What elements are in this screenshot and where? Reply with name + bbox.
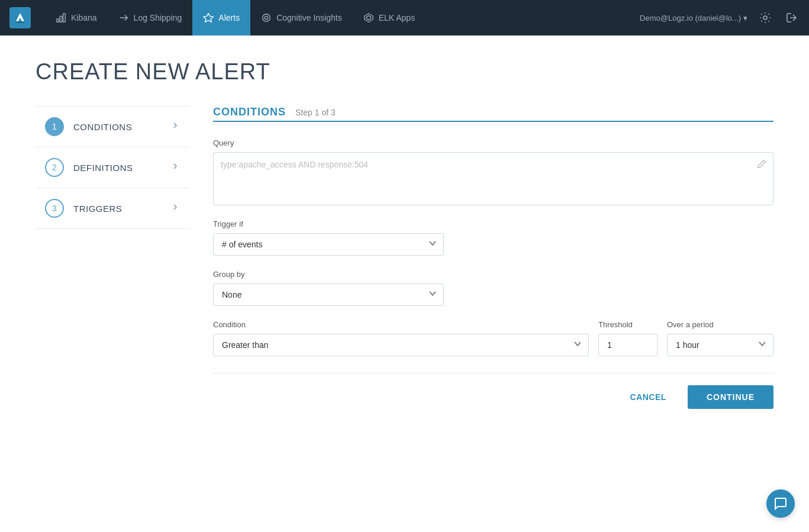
svg-rect-5 xyxy=(63,14,66,22)
query-placeholder: type:apache_access AND response:504 xyxy=(221,160,368,169)
svg-point-7 xyxy=(265,16,267,19)
form-panel: CONDITIONS Step 1 of 3 Query type:apache… xyxy=(213,106,773,409)
cancel-button[interactable]: CANCEL xyxy=(621,386,676,408)
navbar: Kibana Log Shipping Alerts Cognitive Ins… xyxy=(0,0,809,36)
period-label: Over a period xyxy=(667,320,773,329)
condition-group: Condition Greater than Less than Equal t… xyxy=(213,320,773,356)
svg-marker-8 xyxy=(364,14,372,22)
edit-query-icon[interactable] xyxy=(756,159,767,171)
condition-wrapper: Greater than Less than Equal to xyxy=(213,334,589,356)
sidebar: 1 CONDITIONS 2 DEFINITIONS 3 xyxy=(36,106,189,409)
threshold-label: Threshold xyxy=(598,320,657,329)
nav-items: Kibana Log Shipping Alerts Cognitive Ins… xyxy=(45,0,640,36)
group-by-wrapper: None xyxy=(213,283,444,306)
period-wrapper-inner: 5 minutes 10 minutes 30 minutes 1 hour 2… xyxy=(667,334,773,356)
trigger-if-label: Trigger if xyxy=(213,220,773,228)
period-col: Over a period 5 minutes 10 minutes 30 mi… xyxy=(667,320,773,356)
definitions-chevron-icon xyxy=(170,162,180,173)
sidebar-definitions-label: DEFINITIONS xyxy=(73,163,161,173)
triggers-chevron-icon xyxy=(170,202,180,214)
threshold-input[interactable] xyxy=(598,334,657,356)
nav-right: Demo@Logz.io (daniel@lo...) ▾ xyxy=(640,9,800,26)
main-content: CREATE NEW ALERT 1 CONDITIONS 2 DEFINITI… xyxy=(0,36,809,433)
condition-select[interactable]: Greater than Less than Equal to xyxy=(213,334,589,356)
threshold-col: Threshold xyxy=(598,320,657,356)
svg-point-10 xyxy=(763,16,767,20)
form-divider xyxy=(213,121,773,122)
sidebar-conditions-label: CONDITIONS xyxy=(73,122,161,132)
group-by-group: Group by None xyxy=(213,270,773,306)
nav-cognitive-insights[interactable]: Cognitive Insights xyxy=(250,0,353,36)
trigger-if-group: Trigger if # of events xyxy=(213,220,773,256)
svg-point-6 xyxy=(263,14,270,22)
sidebar-item-triggers[interactable]: 3 TRIGGERS xyxy=(36,188,189,229)
group-by-label: Group by xyxy=(213,270,773,279)
page-title: CREATE NEW ALERT xyxy=(36,59,773,85)
period-select[interactable]: 5 minutes 10 minutes 30 minutes 1 hour 2… xyxy=(667,334,773,356)
form-actions: CANCEL CONTINUE xyxy=(213,385,773,409)
svg-rect-2 xyxy=(15,21,25,23)
nav-elk-apps[interactable]: ELK Apps xyxy=(353,0,426,36)
step-1-circle: 1 xyxy=(45,117,64,136)
form-header: CONDITIONS Step 1 of 3 xyxy=(213,106,773,118)
nav-alerts[interactable]: Alerts xyxy=(192,0,250,36)
trigger-if-select[interactable]: # of events xyxy=(213,233,444,256)
sidebar-triggers-label: TRIGGERS xyxy=(73,204,161,214)
continue-button[interactable]: CONTINUE xyxy=(688,385,773,409)
logout-button[interactable] xyxy=(783,9,800,26)
group-by-select[interactable]: None xyxy=(213,283,444,306)
nav-kibana[interactable]: Kibana xyxy=(45,0,108,36)
form-section-title: CONDITIONS xyxy=(213,106,286,118)
conditions-chevron-icon xyxy=(170,121,180,133)
svg-rect-4 xyxy=(60,16,62,22)
condition-col: Condition Greater than Less than Equal t… xyxy=(213,320,589,356)
query-label: Query xyxy=(213,138,773,147)
query-box[interactable]: type:apache_access AND response:504 xyxy=(213,152,773,205)
sidebar-item-definitions[interactable]: 2 DEFINITIONS xyxy=(36,147,189,188)
sidebar-item-conditions[interactable]: 1 CONDITIONS xyxy=(36,106,189,147)
trigger-if-wrapper: # of events xyxy=(213,233,444,256)
footer-divider xyxy=(213,373,773,373)
query-group: Query type:apache_access AND response:50… xyxy=(213,138,773,205)
step-2-circle: 2 xyxy=(45,158,64,177)
settings-button[interactable] xyxy=(757,9,773,26)
nav-log-shipping[interactable]: Log Shipping xyxy=(108,0,193,36)
step-3-circle: 3 xyxy=(45,199,64,218)
nav-user[interactable]: Demo@Logz.io (daniel@lo...) ▾ xyxy=(640,14,747,22)
logo[interactable] xyxy=(9,7,31,28)
condition-row: Condition Greater than Less than Equal t… xyxy=(213,320,773,356)
svg-rect-3 xyxy=(57,19,59,22)
svg-marker-9 xyxy=(366,15,370,20)
form-step-label: Step 1 of 3 xyxy=(295,108,336,117)
layout: 1 CONDITIONS 2 DEFINITIONS 3 xyxy=(36,106,773,409)
condition-label: Condition xyxy=(213,320,589,329)
